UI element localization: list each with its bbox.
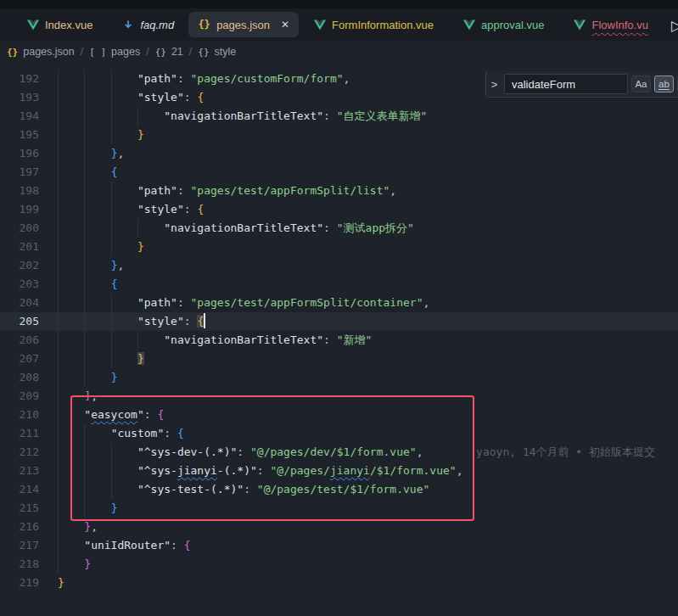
line-content: "navigationBarTitleText": "新增" <box>58 331 372 350</box>
tab-overflow-icon[interactable]: ▷ <box>671 17 678 35</box>
indent-guide <box>84 275 85 294</box>
line-content: } <box>58 555 91 574</box>
line-content: "navigationBarTitleText": "测试app拆分" <box>58 219 414 238</box>
code-line-211[interactable]: 211 "custom": { <box>0 424 678 443</box>
line-content: }, <box>58 144 124 163</box>
indent-guide <box>84 424 85 443</box>
code-line-208[interactable]: 208 } <box>0 368 678 387</box>
code-line-217[interactable]: 217 "uniIdRouter": { <box>0 536 678 555</box>
breadcrumb-label: 21 <box>171 46 183 58</box>
indent-guide <box>58 480 59 499</box>
code-line-202[interactable]: 202 }, <box>0 256 678 275</box>
indent-guide <box>111 88 112 107</box>
vue-icon <box>26 19 39 31</box>
line-number: 215 <box>0 499 39 518</box>
indent-guide <box>58 387 59 406</box>
breadcrumb-item-pages.json[interactable]: {}pages.json <box>7 46 75 58</box>
indent-guide <box>84 499 85 518</box>
close-tab-icon[interactable]: ✕ <box>281 20 289 30</box>
code-line-214[interactable]: 214 "^sys-test-(.*)": "@/pages/test/$1/f… <box>0 480 678 499</box>
indent-guide <box>58 200 59 219</box>
code-line-213[interactable]: 213 "^sys-jianyi-(.*)": "@/pages/jianyi/… <box>0 462 678 480</box>
code-line-209[interactable]: 209 ], <box>0 387 678 406</box>
code-line-198[interactable]: 198 "path": "pages/test/appFormSplit/lis… <box>0 182 678 200</box>
tab-FormInformation.vue[interactable]: FormInformation.vue <box>299 12 448 37</box>
line-number: 195 <box>0 126 39 144</box>
indent-guide <box>84 443 85 462</box>
tab-label: pages.json <box>216 19 270 31</box>
code-line-195[interactable]: 195 } <box>0 126 678 144</box>
line-number: 209 <box>0 387 39 406</box>
indent-guide <box>84 350 85 368</box>
code-line-203[interactable]: 203 { <box>0 275 678 294</box>
code-line-216[interactable]: 216 }, <box>0 518 678 536</box>
indent-guide <box>111 70 112 88</box>
indent-guide <box>58 312 59 331</box>
vue-icon <box>573 19 586 31</box>
code-line-206[interactable]: 206 "navigationBarTitleText": "新增" <box>0 331 678 350</box>
toggle-replace-chevron-icon[interactable]: > <box>488 78 501 91</box>
code-line-218[interactable]: 218 } <box>0 555 678 574</box>
line-content: "easycom": { <box>58 406 164 424</box>
line-number: 206 <box>0 331 39 350</box>
indent-guide <box>58 256 59 275</box>
code-area[interactable]: 192 "path": "pages/customForm/form",193 … <box>0 70 678 592</box>
indent-guide <box>84 200 85 219</box>
tab-FlowInfo.vu[interactable]: FlowInfo.vu <box>558 12 662 37</box>
find-input[interactable] <box>504 74 628 94</box>
line-content: "path": "pages/test/appFormSplit/contain… <box>58 294 429 312</box>
tab-approval.vue[interactable]: approval.vue <box>448 12 558 37</box>
indent-guide <box>111 126 112 144</box>
code-line-207[interactable]: 207 } <box>0 350 678 368</box>
tab-bar: Index.vuefaq.md{}pages.json✕FormInformat… <box>0 8 678 41</box>
code-line-199[interactable]: 199 "style": { <box>0 200 678 219</box>
line-number: 204 <box>0 294 39 312</box>
indent-guide <box>84 368 85 387</box>
indent-guide <box>58 536 59 555</box>
code-line-194[interactable]: 194 "navigationBarTitleText": "自定义表单新增" <box>0 107 678 126</box>
markdown-icon <box>121 19 134 31</box>
symbol-icon: [ ] <box>89 47 106 58</box>
line-content: "uniIdRouter": { <box>58 536 191 555</box>
line-number: 205 <box>0 312 39 331</box>
indent-guide <box>58 107 59 126</box>
indent-guide <box>58 219 59 238</box>
indent-guide <box>111 294 112 312</box>
json-file-icon: {} <box>7 47 18 58</box>
code-line-197[interactable]: 197 { <box>0 163 678 182</box>
code-line-215[interactable]: 215 } <box>0 499 678 518</box>
tab-Index.vue[interactable]: Index.vue <box>12 12 107 37</box>
code-line-210[interactable]: 210 "easycom": { <box>0 406 678 424</box>
code-line-205[interactable]: 205 "style": { <box>0 312 678 331</box>
line-number: 217 <box>0 536 39 555</box>
code-line-212[interactable]: 212 "^sys-dev-(.*)": "@/pages/dev/$1/for… <box>0 443 678 462</box>
line-number: 201 <box>0 238 39 256</box>
whole-word-button[interactable]: ab <box>654 76 674 92</box>
code-line-204[interactable]: 204 "path": "pages/test/appFormSplit/con… <box>0 294 678 312</box>
line-content: "navigationBarTitleText": "自定义表单新增" <box>58 107 427 126</box>
line-number: 216 <box>0 518 39 536</box>
line-number: 202 <box>0 256 39 275</box>
line-content: } <box>58 574 64 592</box>
line-content: "^sys-dev-(.*)": "@/pages/dev/$1/form.vu… <box>58 443 655 462</box>
line-number: 197 <box>0 163 39 182</box>
code-line-201[interactable]: 201 } <box>0 238 678 256</box>
editor[interactable]: 192 "path": "pages/customForm/form",193 … <box>0 63 678 616</box>
indent-guide <box>84 312 85 331</box>
tab-faq.md[interactable]: faq.md <box>107 12 188 37</box>
match-case-button[interactable]: Aa <box>631 76 651 92</box>
indent-guide <box>58 126 59 144</box>
indent-guide <box>137 331 138 350</box>
line-content: "style": { <box>58 312 205 331</box>
indent-guide <box>58 350 59 368</box>
code-line-219[interactable]: 219} <box>0 574 678 592</box>
breadcrumb-separator: / <box>189 46 192 58</box>
breadcrumb-item-pages[interactable]: [ ]pages <box>89 46 140 58</box>
tab-pages.json[interactable]: {}pages.json✕ <box>188 12 299 37</box>
breadcrumb-item-21[interactable]: {}21 <box>155 46 183 58</box>
indent-guide <box>84 88 85 107</box>
breadcrumb-item-style[interactable]: {}style <box>198 46 236 58</box>
line-content: "path": "pages/test/appFormSplit/list", <box>58 182 396 200</box>
code-line-196[interactable]: 196 }, <box>0 144 678 163</box>
code-line-200[interactable]: 200 "navigationBarTitleText": "测试app拆分" <box>0 219 678 238</box>
